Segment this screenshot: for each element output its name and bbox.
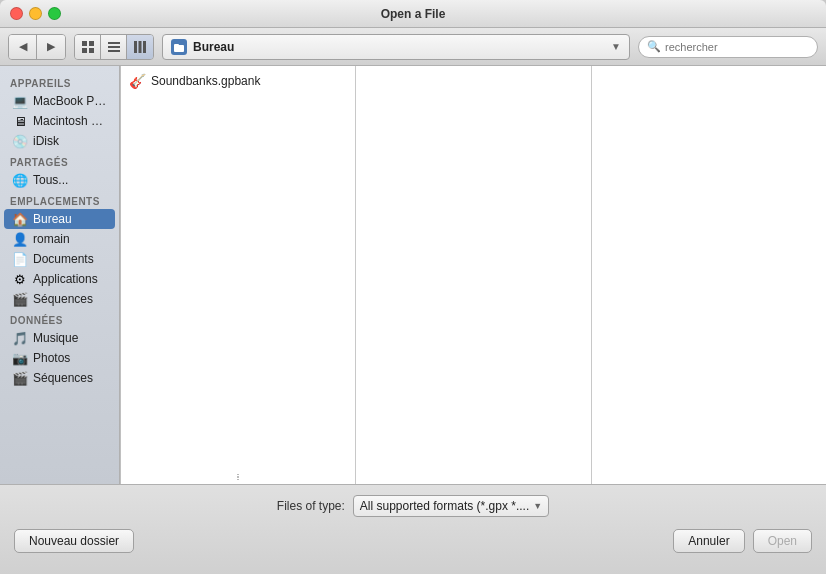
file-item-soundbanks[interactable]: 🎸 Soundbanks.gpbank (121, 70, 355, 92)
bottom-buttons: Nouveau dossier Annuler Open (0, 523, 826, 559)
file-item-name: Soundbanks.gpbank (151, 74, 260, 88)
sidebar-item-bureau[interactable]: 🏠 Bureau (4, 209, 115, 229)
sidebar-item-label: romain (33, 232, 70, 246)
open-button[interactable]: Open (753, 529, 812, 553)
sidebar-item-label: Bureau (33, 212, 72, 226)
sidebar-item-idisk[interactable]: 💿 iDisk (4, 131, 115, 151)
macbook-icon: 💻 (12, 93, 28, 109)
new-folder-button[interactable]: Nouveau dossier (14, 529, 134, 553)
close-button[interactable] (10, 7, 23, 20)
idisk-icon: 💿 (12, 133, 28, 149)
window-controls (10, 7, 61, 20)
nav-buttons: ◀ ▶ (8, 34, 66, 60)
file-pane-1: 🎸 Soundbanks.gpbank (121, 66, 356, 484)
sidebar-item-label: Séquences (33, 292, 93, 306)
svg-rect-9 (143, 41, 146, 53)
forward-button[interactable]: ▶ (37, 35, 65, 59)
svg-rect-11 (174, 44, 179, 47)
desktop-icon: 🏠 (12, 211, 28, 227)
files-type-arrow: ▼ (533, 501, 542, 511)
sidebar-item-documents[interactable]: 📄 Documents (4, 249, 115, 269)
maximize-button[interactable] (48, 7, 61, 20)
bottom-bar: Files of type: All supported formats (*.… (0, 484, 826, 574)
view-icon-button[interactable] (75, 35, 101, 59)
svg-rect-3 (89, 48, 94, 53)
photos-icon: 📷 (12, 350, 28, 366)
location-text: Bureau (193, 40, 607, 54)
file-pane-3 (592, 66, 826, 484)
location-dropdown-arrow: ▼ (611, 41, 621, 52)
view-list-button[interactable] (101, 35, 127, 59)
search-box: 🔍 (638, 36, 818, 58)
search-input[interactable] (665, 41, 809, 53)
documents-icon: 📄 (12, 251, 28, 267)
search-icon: 🔍 (647, 40, 661, 53)
svg-rect-7 (134, 41, 137, 53)
location-bar: Bureau ▼ (162, 34, 630, 60)
cancel-label: Annuler (688, 534, 729, 548)
svg-rect-6 (108, 50, 120, 52)
harddrive-icon: 🖥 (12, 113, 28, 129)
applications-icon: ⚙ (12, 271, 28, 287)
sidebar: APPAREILS 💻 MacBook Pr... 🖥 Macintosh HD… (0, 66, 120, 484)
grid-icon (82, 41, 94, 53)
sidebar-item-tous[interactable]: 🌐 Tous... (4, 170, 115, 190)
view-buttons (74, 34, 154, 60)
sidebar-item-label: iDisk (33, 134, 59, 148)
toolbar: ◀ ▶ (0, 28, 826, 66)
music-icon: 🎵 (12, 330, 28, 346)
file-browser: 🎸 Soundbanks.gpbank (120, 66, 826, 484)
svg-rect-4 (108, 42, 120, 44)
minimize-button[interactable] (29, 7, 42, 20)
sidebar-section-partages: PARTAGÉS (0, 151, 119, 170)
sidebar-section-appareils: APPAREILS (0, 72, 119, 91)
sidebar-item-photos[interactable]: 📷 Photos (4, 348, 115, 368)
columns-icon (134, 41, 146, 53)
sidebar-item-macbook[interactable]: 💻 MacBook Pr... (4, 91, 115, 111)
view-columns-button[interactable] (127, 35, 153, 59)
location-icon (171, 39, 187, 55)
sidebar-item-label: MacBook Pr... (33, 94, 107, 108)
open-label: Open (768, 534, 797, 548)
back-button[interactable]: ◀ (9, 35, 37, 59)
sidebar-item-applications[interactable]: ⚙ Applications (4, 269, 115, 289)
sequences-icon: 🎬 (12, 291, 28, 307)
sidebar-section-emplacements: EMPLACEMENTS (0, 190, 119, 209)
sidebar-item-label: Applications (33, 272, 98, 286)
sidebar-item-romain[interactable]: 👤 romain (4, 229, 115, 249)
svg-rect-2 (82, 48, 87, 53)
svg-rect-5 (108, 46, 120, 48)
sidebar-item-label: Séquences (33, 371, 93, 385)
main-content: APPAREILS 💻 MacBook Pr... 🖥 Macintosh HD… (0, 66, 826, 484)
files-type-value: All supported formats (*.gpx *.... (360, 499, 529, 513)
window-title: Open a File (381, 7, 446, 21)
list-icon (108, 41, 120, 53)
network-icon: 🌐 (12, 172, 28, 188)
files-type-label: Files of type: (277, 499, 345, 513)
sidebar-item-sequences[interactable]: 🎬 Séquences (4, 289, 115, 309)
svg-rect-0 (82, 41, 87, 46)
pane-resize-handle[interactable] (234, 474, 242, 480)
sidebar-item-label: Photos (33, 351, 70, 365)
sequences2-icon: 🎬 (12, 370, 28, 386)
handle-dot (237, 474, 239, 475)
file-icon: 🎸 (129, 73, 146, 89)
sidebar-item-label: Musique (33, 331, 78, 345)
file-pane-2 (356, 66, 591, 484)
sidebar-item-sequences2[interactable]: 🎬 Séquences (4, 368, 115, 388)
sidebar-item-label: Documents (33, 252, 94, 266)
handle-dot (237, 479, 239, 480)
files-type-dropdown[interactable]: All supported formats (*.gpx *.... ▼ (353, 495, 549, 517)
cancel-button[interactable]: Annuler (673, 529, 744, 553)
svg-rect-1 (89, 41, 94, 46)
svg-rect-8 (139, 41, 142, 53)
title-bar: Open a File (0, 0, 826, 28)
sidebar-item-macintosh[interactable]: 🖥 Macintosh HD (4, 111, 115, 131)
right-buttons: Annuler Open (673, 529, 812, 553)
sidebar-item-label: Tous... (33, 173, 68, 187)
sidebar-section-donnees: DONNÉES (0, 309, 119, 328)
location-dropdown[interactable]: Bureau ▼ (162, 34, 630, 60)
sidebar-item-label: Macintosh HD (33, 114, 107, 128)
sidebar-item-musique[interactable]: 🎵 Musique (4, 328, 115, 348)
user-icon: 👤 (12, 231, 28, 247)
